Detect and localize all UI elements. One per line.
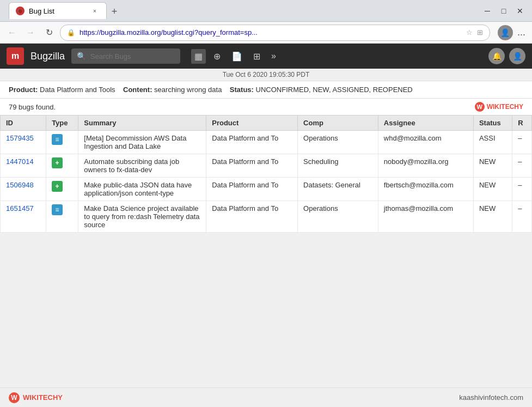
reload-button[interactable]: ↻ — [41, 25, 57, 40]
type-icon: + — [52, 181, 63, 192]
tab-bar: 🐞 Bug List × + — [4, 2, 475, 19]
bug-product: Data Platform and To — [206, 131, 298, 154]
status-label: Status: — [230, 86, 254, 94]
col-summary[interactable]: Summary — [78, 116, 206, 131]
bug-product: Data Platform and To — [206, 178, 298, 201]
user-icons: 🔔 👤 — [488, 48, 525, 64]
table-header: ID Type Summary Product Comp Assignee St… — [1, 116, 532, 131]
zoom-icon[interactable]: ⊕ — [210, 49, 224, 64]
table-icon[interactable]: ⊞ — [250, 49, 264, 64]
bug-assignee: whd@mozilla.com — [378, 131, 473, 154]
file-icon[interactable]: 📄 — [228, 49, 246, 64]
bug-summary: [Meta] Decommission AWS Data Ingestion a… — [78, 131, 206, 154]
bug-summary: Make public-data JSON data have applicat… — [78, 178, 206, 201]
product-label: Product: — [9, 86, 38, 94]
address-box[interactable]: 🔒 https://bugzilla.mozilla.org/buglist.c… — [60, 25, 490, 41]
tab-close-button[interactable]: × — [90, 6, 100, 16]
found-count: 79 bugs found. — [9, 103, 56, 111]
col-comp[interactable]: Comp — [298, 116, 378, 131]
more-options-button[interactable]: ... — [515, 25, 528, 40]
type-icon: + — [52, 157, 63, 168]
close-button[interactable]: ✕ — [512, 3, 528, 19]
product-value: Data Platform and Tools — [40, 86, 115, 94]
bug-id[interactable]: 1579435 — [6, 134, 34, 142]
profile-icon[interactable]: 👤 — [498, 25, 513, 40]
col-product[interactable]: Product — [206, 116, 298, 131]
bug-status: ASSI — [473, 131, 512, 154]
table-row: 1651457 ≡ Make Data Science project avai… — [1, 201, 532, 233]
type-icon: ≡ — [52, 204, 63, 215]
date-text: Tue Oct 6 2020 19:05:30 PDT — [223, 71, 310, 78]
date-banner: Tue Oct 6 2020 19:05:30 PDT — [0, 69, 532, 81]
minimize-button[interactable]: ─ — [480, 3, 495, 19]
content-label: Content: — [123, 86, 152, 94]
address-bar-row: ← → ↻ 🔒 https://bugzilla.mozilla.org/bug… — [0, 22, 532, 44]
bug-r: – — [512, 154, 532, 178]
wikitechy-label: WIKITECHY — [487, 103, 523, 111]
bug-summary: Automate subscribing data job owners to … — [78, 154, 206, 178]
bug-assignee: fbertsch@mozilla.com — [378, 178, 473, 201]
new-tab-button[interactable]: + — [107, 4, 122, 19]
table-row: 1447014 + Automate subscribing data job … — [1, 154, 532, 178]
footer-logo: W — [9, 392, 20, 403]
browser-actions: 👤 ... — [498, 25, 528, 40]
tab-title: Bug List — [29, 7, 54, 15]
search-input[interactable] — [90, 52, 178, 60]
bug-status: NEW — [473, 178, 512, 201]
browser-titlebar: 🐞 Bug List × + ─ □ ✕ — [0, 0, 532, 22]
wikitechy-logo: W — [475, 102, 485, 112]
back-button[interactable]: ← — [4, 25, 20, 40]
found-row: 79 bugs found. W WIKITECHY — [0, 99, 532, 115]
wikitechy-badge: W WIKITECHY — [475, 102, 523, 112]
table-row: 1579435 ≡ [Meta] Decommission AWS Data I… — [1, 131, 532, 154]
lock-icon: 🔒 — [67, 29, 75, 37]
more-icon[interactable]: » — [268, 49, 279, 63]
status-value: UNCONFIRMED, NEW, ASSIGNED, REOPENED — [256, 86, 413, 94]
bug-status: NEW — [473, 201, 512, 233]
bug-id[interactable]: 1506948 — [6, 181, 34, 189]
col-status[interactable]: Status — [473, 116, 512, 131]
bug-product: Data Platform and To — [206, 154, 298, 178]
col-id[interactable]: ID — [1, 116, 46, 131]
notifications-button[interactable]: 🔔 — [488, 48, 505, 64]
footer-brand: W WIKITECHY — [9, 392, 63, 403]
bug-product: Data Platform and To — [206, 201, 298, 233]
col-r[interactable]: R — [512, 116, 532, 131]
bugs-table: ID Type Summary Product Comp Assignee St… — [0, 115, 532, 233]
bug-id[interactable]: 1651457 — [6, 204, 34, 212]
bug-assignee: jthomas@mozilla.com — [378, 201, 473, 233]
forward-button[interactable]: → — [23, 25, 38, 40]
bugzilla-title: Bugzilla — [30, 51, 65, 62]
bug-id[interactable]: 1447014 — [6, 157, 34, 166]
bug-status: NEW — [473, 154, 512, 178]
footer: W WIKITECHY kaashivinfotech.com — [0, 387, 532, 407]
bug-r: – — [512, 131, 532, 154]
filter-row: Product: Data Platform and Tools Content… — [0, 81, 532, 99]
col-assignee[interactable]: Assignee — [378, 116, 473, 131]
search-icon: 🔍 — [77, 52, 86, 60]
buglist-container: 79 bugs found. W WIKITECHY ID Type Summa… — [0, 99, 532, 233]
maximize-button[interactable]: □ — [496, 3, 511, 19]
table-row: 1506948 + Make public-data JSON data hav… — [1, 178, 532, 201]
bug-summary: Make Data Science project available to q… — [78, 201, 206, 233]
bug-r: – — [512, 201, 532, 233]
content-value: searching wrong data — [154, 86, 222, 94]
search-box[interactable]: 🔍 — [71, 48, 180, 64]
address-url: https://bugzilla.mozilla.org/buglist.cgi… — [80, 28, 462, 37]
col-type[interactable]: Type — [46, 116, 78, 131]
bugzilla-header: m Bugzilla 🔍 ▦ ⊕ 📄 ⊞ » 🔔 👤 — [0, 44, 532, 69]
bug-assignee: nobody@mozilla.org — [378, 154, 473, 178]
bug-comp: Operations — [298, 131, 378, 154]
grid-icon[interactable]: ▦ — [191, 49, 206, 64]
footer-site: kaashivinfotech.com — [459, 393, 523, 402]
bugs-tbody: 1579435 ≡ [Meta] Decommission AWS Data I… — [1, 131, 532, 233]
toolbar-icons: ▦ ⊕ 📄 ⊞ » — [191, 49, 279, 64]
bookmark-star-icon[interactable]: ☆ — [466, 28, 473, 37]
bugzilla-logo[interactable]: m — [7, 47, 24, 65]
bug-comp: Operations — [298, 201, 378, 233]
tab-favicon: 🐞 — [16, 7, 25, 15]
user-avatar[interactable]: 👤 — [509, 48, 525, 64]
footer-brand-label: WIKITECHY — [23, 393, 63, 402]
active-tab[interactable]: 🐞 Bug List × — [9, 2, 107, 19]
collection-icon[interactable]: ⊞ — [477, 28, 483, 37]
